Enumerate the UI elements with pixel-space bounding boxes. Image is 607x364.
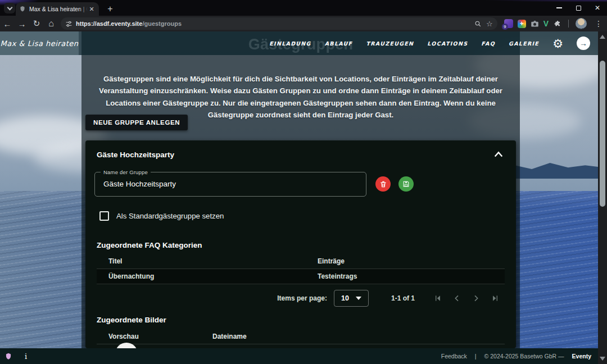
faq-section-heading: Zugeordnete FAQ Kategorien [97, 241, 202, 249]
extension-diamond-icon[interactable]: + [518, 20, 526, 28]
images-col-vorschau: Vorschau [97, 333, 139, 340]
delete-group-button[interactable] [375, 176, 391, 192]
items-per-page-label: Items per page: [277, 294, 327, 302]
page-scrollbar[interactable] [598, 31, 607, 364]
select-caret-icon [356, 297, 361, 300]
bookmark-star-icon[interactable]: ☆ [486, 20, 493, 28]
tab-search-button[interactable] [4, 3, 15, 13]
page-description: Gästegruppen sind eine Möglichkeit für d… [87, 73, 514, 121]
group-name-value: Gäste Hochzeitsparty [103, 180, 176, 188]
close-icon: ✕ [595, 4, 600, 12]
scroll-up-arrow-icon[interactable] [600, 35, 605, 39]
back-button[interactable]: ← [0, 19, 15, 29]
tab-strip: Max & Lisa heiraten | Gästegrup ✕ + ✕ [0, 0, 607, 16]
window-controls: ✕ [550, 0, 607, 16]
maximize-button[interactable] [569, 0, 588, 16]
info-icon[interactable]: i [25, 352, 27, 361]
nav-galerie[interactable]: GALERIE [509, 40, 539, 47]
new-tab-button[interactable]: + [105, 3, 116, 15]
faq-row-eintraege: Testeintrags [318, 272, 357, 280]
browser-toolbar: ← → ↻ ⌂ https://asdf.eventy.site/guestgr… [0, 16, 607, 31]
page-viewport: Max & Lisa heiraten EINLADUNG ABLAUF TRA… [0, 31, 598, 364]
prev-page-button[interactable] [447, 293, 466, 304]
save-floppy-icon [402, 180, 410, 188]
images-table-header: Vorschau Dateiname [97, 329, 505, 344]
group-name-input[interactable]: Name der Gruppe Gäste Hochzeitsparty [94, 172, 366, 197]
card-header[interactable]: Gäste Hochzeitsparty [85, 140, 516, 165]
extension-camera-icon[interactable] [531, 20, 539, 28]
tab-title: Max & Lisa heiraten | Gästegrup [29, 5, 88, 13]
next-page-button[interactable] [466, 293, 486, 304]
extensions-puzzle-icon[interactable] [553, 20, 561, 28]
zoom-icon[interactable] [474, 20, 482, 28]
extension-plus-glyph: + [518, 20, 526, 28]
faq-table-header: Titel Einträge [97, 254, 505, 269]
url-host: https://asdf.eventy.site [76, 20, 142, 27]
minimize-button[interactable] [550, 0, 569, 16]
nav-trauzeugen[interactable]: TRAUZEUGEN [366, 40, 414, 47]
profile-avatar[interactable] [576, 18, 587, 29]
logout-arrow-button[interactable]: → [577, 37, 590, 50]
address-bar[interactable]: https://asdf.eventy.site/guestgroups ☆ [61, 17, 497, 30]
extension-purple-icon[interactable]: 9 [504, 19, 513, 28]
site-brand[interactable]: Max & Lisa heiraten [0, 31, 79, 55]
images-col-dateiname: Dateiname [212, 333, 247, 340]
page-range-label: 1-1 of 1 [391, 294, 415, 302]
items-per-page-select[interactable]: 10 [334, 290, 369, 307]
last-page-icon [491, 294, 500, 303]
default-group-checkbox[interactable] [99, 211, 109, 221]
minimize-icon [556, 7, 562, 8]
content-column: Gästegruppen Gästegruppen sind eine Mögl… [81, 31, 520, 364]
site-settings-icon[interactable] [65, 20, 73, 28]
footer-brand[interactable]: Eventy [572, 353, 591, 360]
forward-button[interactable]: → [15, 19, 29, 29]
scroll-down-arrow-icon[interactable] [600, 357, 605, 361]
browser-window: Max & Lisa heiraten | Gästegrup ✕ + ✕ ← … [0, 0, 607, 364]
save-group-button[interactable] [398, 176, 414, 192]
chevron-down-icon [7, 4, 12, 10]
images-section-heading: Zugeordnete Bilder [97, 316, 166, 324]
last-page-button[interactable] [486, 293, 505, 304]
url-path: /guestgroups [142, 20, 182, 27]
nav-locations[interactable]: LOCATIONS [427, 40, 468, 47]
faq-paginator: Items per page: 10 1-1 of 1 [97, 285, 505, 311]
extension-vue-icon[interactable]: V [543, 19, 549, 28]
first-page-button[interactable] [428, 293, 447, 304]
default-group-label: Als Standardgästegruppe setzen [116, 212, 224, 220]
nav-einladung[interactable]: EINLADUNG [269, 40, 311, 47]
nav-ablauf[interactable]: ABLAUF [325, 40, 353, 47]
copyright-text: © 2024-2025 Basetwo GbR — [484, 353, 564, 360]
shield-favicon-icon [19, 6, 26, 12]
extension-badge: 9 [502, 24, 508, 30]
close-button[interactable]: ✕ [588, 0, 607, 16]
settings-gear-icon[interactable]: ⚙ [552, 38, 563, 49]
faq-col-titel: Titel [97, 257, 122, 265]
new-group-button[interactable]: NEUE GRUPPE ANLEGEN [85, 115, 188, 130]
name-field-row: Name der Gruppe Gäste Hochzeitsparty [94, 172, 414, 197]
faq-table-row[interactable]: Übernachtung Testeintrags [97, 269, 505, 284]
nav-faq[interactable]: FAQ [481, 40, 495, 47]
scrollbar-thumb[interactable] [600, 61, 605, 207]
tab-close-icon[interactable]: ✕ [88, 5, 96, 13]
collapse-chevron-icon[interactable] [492, 149, 505, 160]
chevron-left-icon [452, 294, 461, 303]
extensions-area: 9 + V ⋮ [504, 18, 607, 29]
group-title: Gäste Hochzeitsparty [97, 151, 174, 159]
maximize-icon [576, 6, 581, 11]
items-per-page-value: 10 [341, 294, 349, 302]
site-nav: EINLADUNG ABLAUF TRAUZEUGEN LOCATIONS FA… [269, 37, 598, 50]
faq-col-eintraege: Einträge [318, 257, 345, 265]
trash-icon [379, 180, 387, 188]
chevron-right-icon [472, 294, 481, 303]
reload-button[interactable]: ↻ [29, 19, 44, 29]
toolbar-separator [568, 20, 569, 28]
privacy-shield-icon[interactable] [4, 352, 12, 361]
browser-menu-icon[interactable]: ⋮ [595, 19, 603, 28]
home-button[interactable]: ⌂ [44, 19, 58, 29]
feedback-link[interactable]: Feedback [441, 353, 467, 360]
images-table: Vorschau Dateiname [97, 329, 505, 344]
group-name-label: Name der Gruppe [101, 169, 151, 175]
guest-group-card: Gäste Hochzeitsparty Name der Gruppe Gäs… [85, 140, 516, 348]
default-group-row: Als Standardgästegruppe setzen [99, 211, 224, 221]
active-tab[interactable]: Max & Lisa heiraten | Gästegrup ✕ [16, 2, 99, 16]
